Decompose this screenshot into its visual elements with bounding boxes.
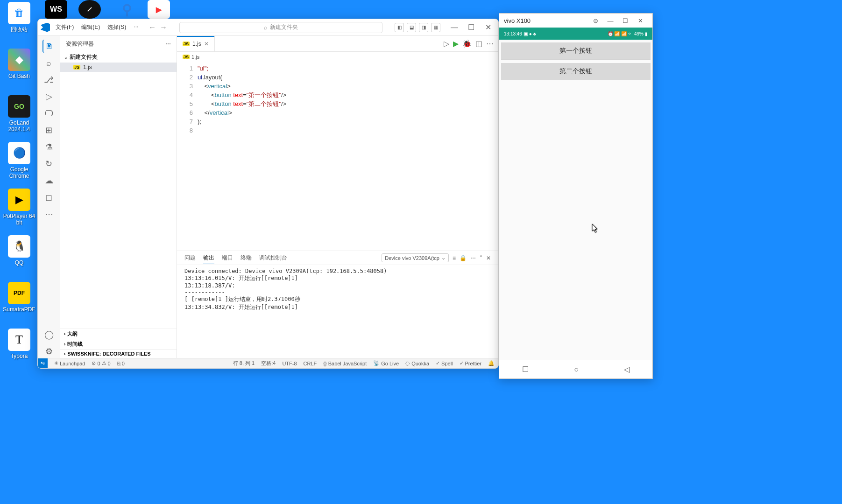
panel-collapse-icon[interactable]: ˄ bbox=[480, 255, 482, 261]
layout-right-icon[interactable]: ◨ bbox=[419, 23, 428, 32]
status-eol[interactable]: CRLF bbox=[304, 360, 317, 367]
output-channel-select[interactable]: Device vivo V2309A(tcp⌄ bbox=[382, 253, 449, 262]
top-app-3[interactable]: ⚲ bbox=[116, 0, 138, 19]
run-green-icon[interactable]: ▶ bbox=[453, 39, 459, 48]
panel-close-icon[interactable]: ✕ bbox=[486, 255, 491, 261]
output-body[interactable]: Device connected: Device vivo V2309A(tcp… bbox=[177, 265, 498, 358]
file-item[interactable]: JS1.js bbox=[60, 63, 177, 72]
phone-button-1[interactable]: 第一个按钮 bbox=[501, 42, 651, 59]
status-indent[interactable]: 空格:4 bbox=[261, 360, 276, 367]
activity-timeline-icon[interactable]: ↻ bbox=[42, 157, 56, 170]
tab-close-icon[interactable]: ✕ bbox=[204, 41, 209, 47]
section-outline[interactable]: ›大纲 bbox=[60, 329, 177, 339]
desktop-icon-recycle[interactable]: 🗑回收站 bbox=[1, 2, 37, 33]
explorer-more-icon[interactable]: ⋯ bbox=[165, 41, 171, 47]
layout-grid-icon[interactable]: ▦ bbox=[431, 23, 440, 32]
nav-forward-icon[interactable]: → bbox=[160, 23, 167, 32]
tab-file[interactable]: JS 1.js ✕ bbox=[177, 36, 215, 51]
panel-tab-debug[interactable]: 调试控制台 bbox=[259, 252, 287, 264]
activity-testing-icon[interactable]: ⚗ bbox=[42, 140, 56, 154]
status-bell-icon[interactable]: 🔔 bbox=[488, 360, 495, 367]
chevron-right-icon: › bbox=[64, 342, 65, 347]
desktop-icon-gitbash[interactable]: ◆Git Bash bbox=[1, 49, 37, 79]
status-spell[interactable]: ✓ Spell bbox=[436, 360, 453, 367]
activity-search-icon[interactable]: ⌕ bbox=[42, 56, 56, 70]
activity-extensions-icon[interactable]: ⊞ bbox=[42, 124, 56, 137]
nav-recent-icon[interactable]: ☐ bbox=[522, 365, 529, 374]
status-ports[interactable]: ⎘ 0 bbox=[117, 361, 125, 366]
status-problems[interactable]: ⊘ 0 ⚠ 0 bbox=[92, 360, 110, 366]
status-encoding[interactable]: UTF-8 bbox=[282, 360, 297, 367]
section-swissknife[interactable]: ›SWISSKNIFE: DECORATED FILES bbox=[60, 349, 177, 358]
activity-overflow-icon[interactable]: ⋯ bbox=[42, 208, 56, 221]
lock-icon[interactable]: 🔒 bbox=[460, 255, 467, 261]
folder-root[interactable]: ⌄新建文件夹 bbox=[60, 52, 177, 63]
minimize-icon[interactable]: — bbox=[447, 21, 462, 34]
nav-home-icon[interactable]: ○ bbox=[574, 365, 579, 374]
nav-back-icon[interactable]: ◁ bbox=[624, 365, 630, 374]
panel-tabs: 问题 输出 端口 终端 调试控制台 Device vivo V2309A(tcp… bbox=[177, 251, 498, 265]
menu-select[interactable]: 选择(S) bbox=[105, 22, 129, 32]
top-app-webstorm[interactable]: WS bbox=[45, 0, 67, 19]
status-quokka[interactable]: ◌ Quokka bbox=[405, 360, 429, 367]
nav-back-icon[interactable]: ← bbox=[149, 23, 156, 32]
top-app-4[interactable]: ▶ bbox=[148, 0, 170, 19]
battery-icon: ▮ bbox=[645, 31, 648, 36]
debug-icon[interactable]: 🐞 bbox=[462, 39, 472, 48]
code-editor[interactable]: 12345678 "ui"; ui.layout( <vertical> <bu… bbox=[177, 62, 498, 251]
phone-button-2[interactable]: 第二个按钮 bbox=[501, 63, 651, 80]
command-center[interactable]: ⌕ 新建文件夹 bbox=[179, 22, 382, 33]
menu-more[interactable]: ··· bbox=[131, 22, 141, 32]
panel-tab-output[interactable]: 输出 bbox=[203, 252, 214, 264]
activity-run-icon[interactable]: ▷ bbox=[42, 90, 56, 103]
panel-tab-ports[interactable]: 端口 bbox=[222, 252, 233, 264]
activity-scm-icon[interactable]: ⎇ bbox=[42, 73, 56, 86]
filter-icon[interactable]: ≡ bbox=[453, 255, 456, 261]
desktop-icon-potplayer[interactable]: ▶PotPlayer 64 bit bbox=[1, 189, 37, 226]
activity-bookmark-icon[interactable]: ◻ bbox=[42, 191, 56, 204]
top-app-2[interactable]: ⟋ bbox=[78, 0, 101, 19]
activity-explorer-icon[interactable]: 🗎 bbox=[42, 40, 56, 53]
menu-edit[interactable]: 编辑(E) bbox=[78, 22, 103, 32]
js-icon: JS bbox=[183, 42, 190, 46]
phone-maximize-icon[interactable]: ☐ bbox=[618, 17, 633, 24]
panel-tab-problems[interactable]: 问题 bbox=[184, 252, 196, 264]
breadcrumb[interactable]: JS 1.js bbox=[177, 52, 498, 62]
desktop-icon-chrome[interactable]: 🔵Google Chrome bbox=[1, 142, 37, 180]
status-golive[interactable]: 📡 Go Live bbox=[373, 360, 399, 367]
status-launchpad[interactable]: ✳ Launchpad bbox=[54, 360, 85, 366]
status-remote[interactable]: ⇋ bbox=[38, 358, 48, 368]
chevron-down-icon: ⌄ bbox=[441, 255, 446, 261]
status-prettier[interactable]: ✓ Prettier bbox=[460, 360, 481, 367]
phone-titlebar: vivo X100 ⊝ — ☐ ✕ bbox=[499, 14, 652, 28]
layout-left-icon[interactable]: ◧ bbox=[395, 23, 404, 32]
window-controls: — ☐ ✕ bbox=[447, 21, 495, 34]
layout-bottom-icon[interactable]: ⬓ bbox=[407, 23, 416, 32]
status-language[interactable]: {} Babel JavaScript bbox=[323, 360, 367, 367]
maximize-icon[interactable]: ☐ bbox=[464, 21, 479, 34]
desktop-icon-sumatrapdf[interactable]: PDFSumatraPDF bbox=[1, 282, 37, 313]
activity-cloud-icon[interactable]: ☁ bbox=[42, 174, 56, 187]
status-cursor-pos[interactable]: 行 8, 列 1 bbox=[233, 360, 255, 367]
section-timeline[interactable]: ›时间线 bbox=[60, 339, 177, 349]
run-icon[interactable]: ▷ bbox=[444, 39, 449, 48]
activity-account-icon[interactable]: ◯ bbox=[42, 328, 56, 341]
code-text: "ui"; ui.layout( <vertical> <button text… bbox=[198, 62, 286, 251]
close-icon[interactable]: ✕ bbox=[481, 21, 495, 34]
panel-actions: Device vivo V2309A(tcp⌄ ≡ 🔒 ⋯ ˄ ✕ bbox=[382, 253, 491, 262]
phone-minimize-icon[interactable]: — bbox=[603, 17, 618, 24]
panel-tab-terminal[interactable]: 终端 bbox=[241, 252, 252, 264]
phone-close-icon[interactable]: ✕ bbox=[633, 17, 648, 24]
desktop-icon-typora[interactable]: TTypora bbox=[1, 329, 37, 359]
desktop-icon-qq[interactable]: 🐧QQ bbox=[1, 235, 37, 266]
phone-settings-icon[interactable]: ⊝ bbox=[588, 17, 603, 24]
menu-file[interactable]: 文件(F) bbox=[53, 22, 77, 32]
editor-more-icon[interactable]: ⋯ bbox=[486, 39, 494, 48]
split-editor-icon[interactable]: ◫ bbox=[475, 39, 482, 48]
chevron-right-icon: › bbox=[64, 351, 65, 357]
desktop-icon-goland[interactable]: GOGoLand 2024.1.4 bbox=[1, 95, 37, 133]
activity-remote-icon[interactable]: 🖵 bbox=[42, 107, 56, 120]
activity-settings-icon[interactable]: ⚙ bbox=[42, 345, 56, 358]
tab-actions: ▷ ▶ 🐞 ◫ ⋯ bbox=[439, 36, 498, 51]
panel-more-icon[interactable]: ⋯ bbox=[470, 255, 476, 261]
